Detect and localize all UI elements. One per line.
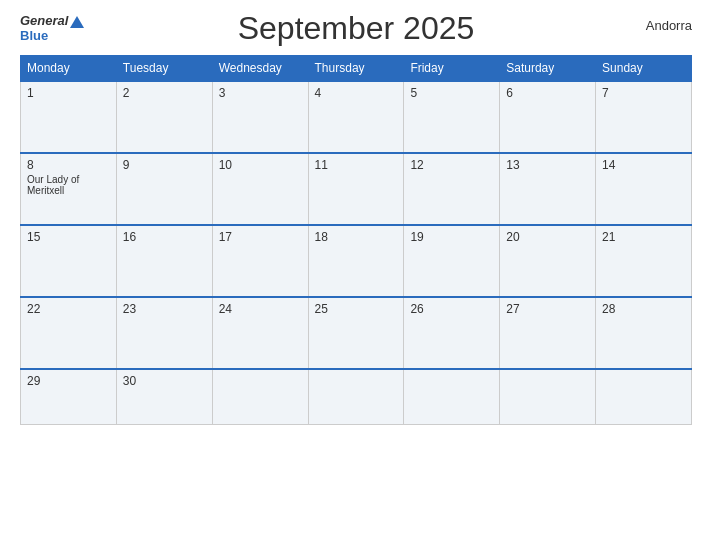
day-number: 17 <box>219 230 302 244</box>
calendar-week-row: 22232425262728 <box>21 297 692 369</box>
country-label: Andorra <box>646 18 692 33</box>
calendar-cell: 5 <box>404 81 500 153</box>
day-number: 20 <box>506 230 589 244</box>
day-number: 11 <box>315 158 398 172</box>
logo: General Blue <box>20 14 84 43</box>
day-number: 8 <box>27 158 110 172</box>
calendar-body: 12345678Our Lady of Meritxell91011121314… <box>21 81 692 424</box>
calendar-cell <box>212 369 308 424</box>
day-number: 23 <box>123 302 206 316</box>
calendar-cell: 30 <box>116 369 212 424</box>
calendar-cell: 16 <box>116 225 212 297</box>
calendar-week-row: 8Our Lady of Meritxell91011121314 <box>21 153 692 225</box>
calendar-header-row: Monday Tuesday Wednesday Thursday Friday… <box>21 56 692 82</box>
day-number: 29 <box>27 374 110 388</box>
calendar-cell: 8Our Lady of Meritxell <box>21 153 117 225</box>
calendar-cell: 3 <box>212 81 308 153</box>
col-friday: Friday <box>404 56 500 82</box>
calendar-cell: 28 <box>596 297 692 369</box>
day-number: 25 <box>315 302 398 316</box>
calendar-cell: 17 <box>212 225 308 297</box>
day-number: 22 <box>27 302 110 316</box>
calendar-cell: 25 <box>308 297 404 369</box>
logo-general-text: General <box>20 14 84 28</box>
day-number: 21 <box>602 230 685 244</box>
calendar-cell: 6 <box>500 81 596 153</box>
calendar-cell: 20 <box>500 225 596 297</box>
day-number: 28 <box>602 302 685 316</box>
calendar-cell <box>308 369 404 424</box>
calendar-cell: 23 <box>116 297 212 369</box>
day-number: 2 <box>123 86 206 100</box>
day-number: 5 <box>410 86 493 100</box>
col-thursday: Thursday <box>308 56 404 82</box>
calendar-cell: 26 <box>404 297 500 369</box>
calendar-cell <box>500 369 596 424</box>
calendar-cell: 9 <box>116 153 212 225</box>
col-monday: Monday <box>21 56 117 82</box>
calendar-week-row: 15161718192021 <box>21 225 692 297</box>
calendar-cell <box>596 369 692 424</box>
calendar-week-row: 2930 <box>21 369 692 424</box>
calendar-cell: 29 <box>21 369 117 424</box>
col-sunday: Sunday <box>596 56 692 82</box>
calendar-cell: 13 <box>500 153 596 225</box>
calendar-cell: 1 <box>21 81 117 153</box>
calendar-cell: 4 <box>308 81 404 153</box>
calendar-cell: 15 <box>21 225 117 297</box>
calendar-cell: 11 <box>308 153 404 225</box>
calendar-title: September 2025 <box>238 10 475 47</box>
col-saturday: Saturday <box>500 56 596 82</box>
day-number: 7 <box>602 86 685 100</box>
calendar-cell: 14 <box>596 153 692 225</box>
day-number: 1 <box>27 86 110 100</box>
day-number: 27 <box>506 302 589 316</box>
day-number: 15 <box>27 230 110 244</box>
day-number: 26 <box>410 302 493 316</box>
calendar-cell: 12 <box>404 153 500 225</box>
calendar-cell: 10 <box>212 153 308 225</box>
calendar-cell: 27 <box>500 297 596 369</box>
calendar-cell: 24 <box>212 297 308 369</box>
calendar-cell: 19 <box>404 225 500 297</box>
day-number: 14 <box>602 158 685 172</box>
day-number: 4 <box>315 86 398 100</box>
calendar-cell: 21 <box>596 225 692 297</box>
calendar-cell <box>404 369 500 424</box>
day-number: 19 <box>410 230 493 244</box>
logo-blue-text: Blue <box>20 29 48 43</box>
day-number: 24 <box>219 302 302 316</box>
calendar-cell: 2 <box>116 81 212 153</box>
day-number: 16 <box>123 230 206 244</box>
day-number: 3 <box>219 86 302 100</box>
event-label: Our Lady of Meritxell <box>27 174 110 196</box>
calendar-header: General Blue September 2025 Andorra <box>20 10 692 47</box>
day-number: 18 <box>315 230 398 244</box>
calendar-week-row: 1234567 <box>21 81 692 153</box>
day-number: 9 <box>123 158 206 172</box>
day-number: 6 <box>506 86 589 100</box>
calendar-table: Monday Tuesday Wednesday Thursday Friday… <box>20 55 692 425</box>
calendar-cell: 18 <box>308 225 404 297</box>
col-wednesday: Wednesday <box>212 56 308 82</box>
day-number: 10 <box>219 158 302 172</box>
col-tuesday: Tuesday <box>116 56 212 82</box>
logo-triangle-icon <box>70 16 84 28</box>
day-number: 13 <box>506 158 589 172</box>
day-number: 30 <box>123 374 206 388</box>
day-number: 12 <box>410 158 493 172</box>
calendar-cell: 7 <box>596 81 692 153</box>
calendar-cell: 22 <box>21 297 117 369</box>
days-of-week-row: Monday Tuesday Wednesday Thursday Friday… <box>21 56 692 82</box>
